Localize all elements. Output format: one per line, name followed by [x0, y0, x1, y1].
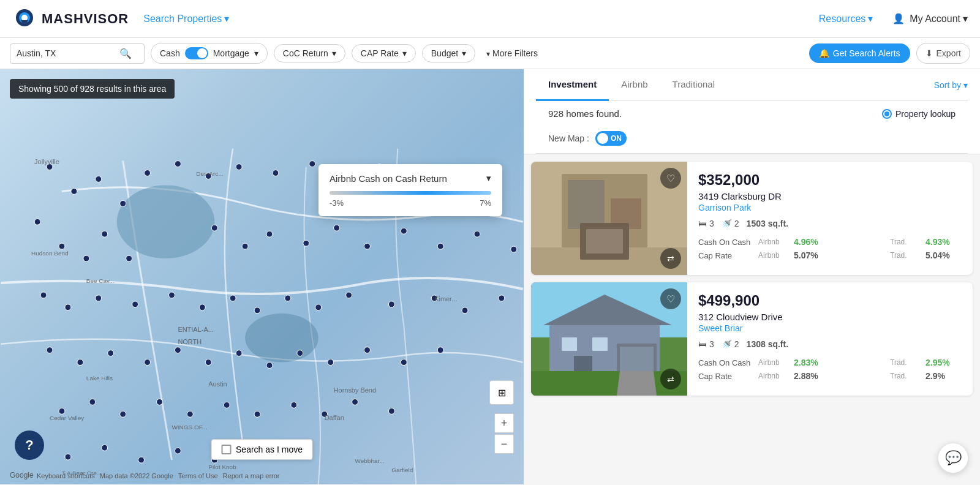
cash-mortgage-toggle[interactable]: Cash Mortgage ▾: [151, 43, 268, 64]
nav-search-properties[interactable]: Search Properties ▾: [143, 13, 229, 24]
map-container[interactable]: Jollyville New Swede... Hudson Bend Bee …: [0, 69, 524, 484]
compare-button-1[interactable]: ⇄: [660, 248, 681, 269]
zoom-out-button[interactable]: −: [494, 434, 514, 454]
new-map-toggle[interactable]: ON: [595, 131, 627, 146]
get-alerts-button[interactable]: 🔔 Get Search Alerts: [809, 43, 910, 63]
more-filters-btn[interactable]: ▾ More Filters: [481, 45, 543, 62]
chat-icon: 💬: [945, 450, 962, 466]
svg-point-39: [132, 301, 138, 307]
search-as-move-checkbox[interactable]: [221, 445, 231, 454]
svg-point-43: [254, 307, 260, 314]
coc-trad-row-2: Trad. 2.95%: [830, 358, 962, 367]
results-panel: Investment Airbnb Traditional Sort by ▾ …: [524, 69, 980, 484]
svg-text:Jollyville: Jollyville: [34, 158, 59, 165]
coc-trad-row-1: Trad. 4.93%: [830, 237, 962, 247]
search-input[interactable]: [17, 48, 115, 58]
svg-text:Daffan: Daffan: [325, 414, 344, 421]
nav-account[interactable]: 👤 My Account ▾: [892, 13, 968, 24]
svg-point-41: [199, 304, 205, 310]
nav-resources[interactable]: Resources ▾: [819, 13, 873, 24]
cap-airbnb-value-1: 5.07%: [794, 250, 818, 260]
main-content: Jollyville New Swede... Hudson Bend Bee …: [0, 69, 980, 484]
cash-toggle-switch[interactable]: [185, 47, 208, 59]
location-search[interactable]: 🔍: [10, 43, 145, 64]
property-neighborhood-2[interactable]: Sweet Briar: [698, 323, 962, 333]
svg-point-64: [59, 408, 65, 414]
budget-filter[interactable]: Budget ▾: [422, 44, 475, 62]
svg-point-4: [117, 185, 215, 258]
property-neighborhood-1[interactable]: Garrison Park: [698, 203, 962, 212]
map-grid-button[interactable]: ⊞: [489, 380, 514, 405]
svg-point-22: [59, 243, 65, 249]
grid-icon: ⊞: [498, 387, 506, 399]
svg-point-47: [388, 301, 394, 307]
svg-point-65: [89, 399, 96, 405]
new-map-row: New Map : ON: [536, 126, 968, 154]
property-card-2: ♡ ⇄ $499,900 312 Cloudview Drive Sweet B…: [531, 282, 973, 396]
property-address-1: 3419 Clarksburg DR: [698, 191, 962, 201]
svg-point-30: [334, 225, 340, 231]
result-tabs: Investment Airbnb Traditional Sort by ▾: [536, 69, 968, 101]
sort-by-button[interactable]: Sort by ▾: [934, 70, 968, 100]
chevron-down-icon[interactable]: ▾: [254, 48, 258, 58]
chat-button[interactable]: 💬: [938, 443, 968, 473]
beds-spec-2: 🛏 3: [698, 339, 714, 349]
map-background: Jollyville New Swede... Hudson Bend Bee …: [0, 69, 524, 484]
zoom-in-button[interactable]: +: [494, 413, 514, 433]
coc-row-1: Cash On Cash Airbnb 4.96%: [698, 237, 830, 247]
svg-text:Lake Hills: Lake Hills: [86, 375, 113, 382]
svg-text:Garfield: Garfield: [391, 467, 413, 473]
favorite-button-1[interactable]: ♡: [660, 168, 681, 189]
cap-row-1: Cap Rate Airbnb 5.07%: [698, 250, 830, 260]
chevron-down-icon[interactable]: ▾: [486, 173, 491, 184]
tab-investment[interactable]: Investment: [536, 69, 609, 101]
coc-trad-value-2: 2.95%: [925, 358, 950, 367]
svg-point-74: [388, 408, 394, 414]
chevron-down-icon: ▾: [332, 48, 336, 58]
svg-point-32: [401, 228, 407, 234]
svg-point-35: [511, 246, 517, 252]
bed-icon: 🛏: [698, 339, 707, 349]
sqft-spec: 1503 sq.ft.: [747, 219, 788, 228]
svg-point-68: [187, 411, 193, 417]
property-image-1[interactable]: ♡ ⇄: [531, 162, 687, 275]
svg-point-31: [364, 243, 371, 249]
bell-icon: 🔔: [819, 48, 829, 58]
export-button[interactable]: ⬇ Export: [916, 43, 970, 64]
tab-traditional[interactable]: Traditional: [660, 69, 727, 101]
search-icon[interactable]: 🔍: [119, 48, 132, 59]
svg-point-73: [352, 399, 358, 405]
svg-point-14: [273, 170, 279, 176]
svg-point-42: [230, 295, 236, 301]
cap-trad-value-1: 5.04%: [925, 250, 950, 260]
favorite-button-2[interactable]: ♡: [660, 288, 681, 309]
svg-point-8: [96, 176, 102, 182]
svg-point-67: [157, 399, 163, 405]
svg-text:Pilot Knob: Pilot Knob: [208, 464, 236, 470]
download-icon: ⬇: [925, 48, 933, 58]
cap-rate-filter[interactable]: CAP Rate ▾: [352, 44, 416, 62]
svg-point-57: [236, 350, 242, 356]
coc-slider[interactable]: [330, 191, 491, 195]
svg-text:Hornsby Bend: Hornsby Bend: [334, 386, 376, 394]
logo: MASHVISOR: [12, 7, 129, 31]
property-info-1: $352,000 3419 Clarksburg DR Garrison Par…: [687, 162, 973, 275]
logo-text: MASHVISOR: [42, 11, 129, 27]
svg-point-28: [266, 231, 273, 237]
property-lookup-radio[interactable]: [882, 109, 892, 119]
toggle-circle: [597, 133, 608, 144]
svg-point-2: [21, 15, 28, 21]
search-as-move[interactable]: Search as I move: [211, 439, 313, 460]
cash-label: Cash: [160, 48, 180, 58]
compare-button-2[interactable]: ⇄: [660, 369, 681, 389]
coc-return-filter[interactable]: CoC Return ▾: [274, 44, 345, 62]
svg-marker-118: [617, 371, 657, 396]
property-lookup[interactable]: Property lookup: [882, 109, 956, 119]
filter-bar: 🔍 Cash Mortgage ▾ CoC Return ▾ CAP Rate …: [0, 38, 980, 69]
tab-airbnb[interactable]: Airbnb: [609, 69, 660, 101]
svg-text:ENTIAL-A...: ENTIAL-A...: [178, 326, 213, 333]
help-button[interactable]: ?: [15, 430, 44, 460]
property-image-2[interactable]: ♡ ⇄: [531, 282, 687, 396]
property-price-2: $499,900: [698, 292, 962, 309]
svg-point-58: [266, 363, 273, 369]
